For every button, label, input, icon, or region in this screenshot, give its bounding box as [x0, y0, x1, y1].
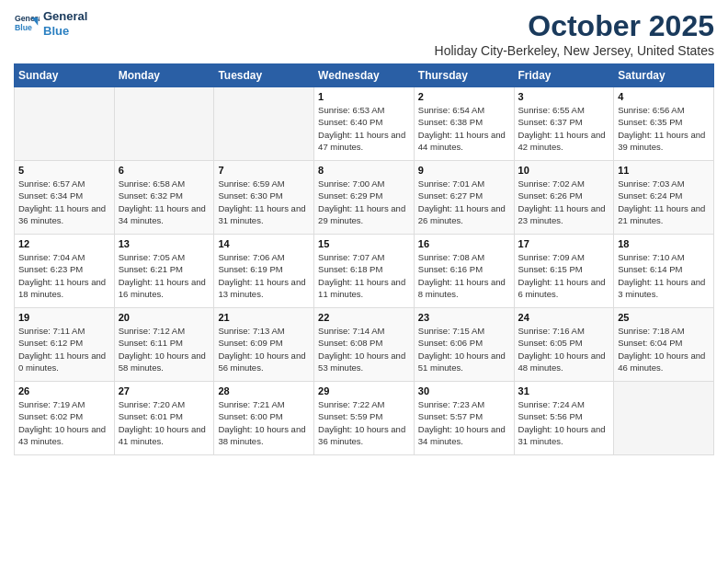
day-info: Sunrise: 7:09 AMSunset: 6:15 PMDaylight:… [518, 251, 610, 300]
day-number: 10 [518, 165, 610, 176]
day-number: 9 [418, 165, 510, 176]
day-number: 3 [518, 91, 610, 102]
logo-text-blue: Blue [43, 24, 87, 39]
day-info: Sunrise: 7:07 AMSunset: 6:18 PMDaylight:… [318, 251, 410, 300]
calendar-cell [614, 382, 714, 455]
day-info: Sunrise: 7:24 AMSunset: 5:56 PMDaylight:… [518, 398, 610, 447]
day-number: 26 [18, 385, 110, 396]
calendar-cell: 28Sunrise: 7:21 AMSunset: 6:00 PMDayligh… [214, 382, 314, 455]
day-number: 5 [18, 165, 110, 176]
calendar-cell: 13Sunrise: 7:05 AMSunset: 6:21 PMDayligh… [114, 235, 214, 308]
day-info: Sunrise: 7:19 AMSunset: 6:02 PMDaylight:… [18, 398, 110, 447]
calendar-cell: 30Sunrise: 7:23 AMSunset: 5:57 PMDayligh… [414, 382, 514, 455]
calendar-cell: 25Sunrise: 7:18 AMSunset: 6:04 PMDayligh… [614, 308, 714, 382]
day-number: 16 [418, 238, 510, 249]
calendar-cell: 31Sunrise: 7:24 AMSunset: 5:56 PMDayligh… [514, 382, 614, 455]
day-info: Sunrise: 7:23 AMSunset: 5:57 PMDaylight:… [418, 398, 510, 447]
weekday-header: Tuesday [214, 64, 314, 87]
day-info: Sunrise: 7:12 AMSunset: 6:11 PMDaylight:… [119, 325, 210, 373]
day-number: 8 [318, 165, 410, 176]
day-number: 4 [618, 91, 710, 102]
calendar-cell: 19Sunrise: 7:11 AMSunset: 6:12 PMDayligh… [15, 308, 115, 382]
day-info: Sunrise: 7:10 AMSunset: 6:14 PMDaylight:… [618, 251, 710, 300]
day-number: 27 [119, 385, 210, 396]
calendar-cell: 21Sunrise: 7:13 AMSunset: 6:09 PMDayligh… [214, 308, 314, 382]
weekday-header: Monday [114, 64, 214, 87]
day-number: 11 [618, 165, 710, 176]
svg-text:Blue: Blue [15, 23, 32, 32]
day-number: 21 [218, 312, 310, 323]
day-info: Sunrise: 7:03 AMSunset: 6:24 PMDaylight:… [618, 178, 710, 226]
calendar-week-row: 5Sunrise: 6:57 AMSunset: 6:34 PMDaylight… [15, 161, 714, 235]
day-number: 2 [418, 91, 510, 102]
day-number: 17 [518, 238, 610, 249]
day-number: 28 [218, 385, 310, 396]
calendar-cell: 16Sunrise: 7:08 AMSunset: 6:16 PMDayligh… [414, 235, 514, 308]
calendar-cell: 26Sunrise: 7:19 AMSunset: 6:02 PMDayligh… [15, 382, 115, 455]
calendar-cell: 18Sunrise: 7:10 AMSunset: 6:14 PMDayligh… [614, 235, 714, 308]
day-info: Sunrise: 7:01 AMSunset: 6:27 PMDaylight:… [418, 178, 510, 226]
page-header: General Blue General Blue October 2025 H… [14, 9, 714, 58]
day-info: Sunrise: 7:11 AMSunset: 6:12 PMDaylight:… [18, 325, 110, 373]
calendar-cell: 27Sunrise: 7:20 AMSunset: 6:01 PMDayligh… [114, 382, 214, 455]
calendar-cell: 22Sunrise: 7:14 AMSunset: 6:08 PMDayligh… [314, 308, 415, 382]
day-info: Sunrise: 7:02 AMSunset: 6:26 PMDaylight:… [518, 178, 610, 226]
day-info: Sunrise: 7:05 AMSunset: 6:21 PMDaylight:… [119, 251, 210, 300]
calendar-week-row: 12Sunrise: 7:04 AMSunset: 6:23 PMDayligh… [15, 235, 714, 308]
logo-text-general: General [43, 9, 87, 24]
calendar-cell: 12Sunrise: 7:04 AMSunset: 6:23 PMDayligh… [15, 235, 115, 308]
logo-icon: General Blue [14, 11, 40, 37]
day-number: 23 [418, 312, 510, 323]
day-number: 24 [518, 312, 610, 323]
day-number: 15 [318, 238, 410, 249]
day-info: Sunrise: 7:21 AMSunset: 6:00 PMDaylight:… [218, 398, 310, 447]
day-info: Sunrise: 7:16 AMSunset: 6:05 PMDaylight:… [518, 325, 610, 373]
day-info: Sunrise: 7:18 AMSunset: 6:04 PMDaylight:… [618, 325, 710, 373]
day-info: Sunrise: 7:20 AMSunset: 6:01 PMDaylight:… [119, 398, 210, 447]
calendar-cell: 7Sunrise: 6:59 AMSunset: 6:30 PMDaylight… [214, 161, 314, 235]
day-info: Sunrise: 7:04 AMSunset: 6:23 PMDaylight:… [18, 251, 110, 300]
calendar-cell: 23Sunrise: 7:15 AMSunset: 6:06 PMDayligh… [414, 308, 514, 382]
day-info: Sunrise: 6:57 AMSunset: 6:34 PMDaylight:… [18, 178, 110, 226]
calendar-cell [114, 87, 214, 161]
weekday-header: Sunday [15, 64, 115, 87]
day-info: Sunrise: 7:08 AMSunset: 6:16 PMDaylight:… [418, 251, 510, 300]
day-info: Sunrise: 6:55 AMSunset: 6:37 PMDaylight:… [518, 104, 610, 153]
day-number: 25 [618, 312, 710, 323]
day-number: 6 [119, 165, 210, 176]
day-number: 20 [119, 312, 210, 323]
day-number: 12 [18, 238, 110, 249]
day-info: Sunrise: 7:14 AMSunset: 6:08 PMDaylight:… [318, 325, 410, 373]
calendar-cell: 6Sunrise: 6:58 AMSunset: 6:32 PMDaylight… [114, 161, 214, 235]
calendar-cell: 29Sunrise: 7:22 AMSunset: 5:59 PMDayligh… [314, 382, 415, 455]
calendar-week-row: 1Sunrise: 6:53 AMSunset: 6:40 PMDaylight… [15, 87, 714, 161]
day-number: 1 [318, 91, 410, 102]
day-number: 19 [18, 312, 110, 323]
day-number: 29 [318, 385, 410, 396]
calendar-cell [214, 87, 314, 161]
calendar-cell: 15Sunrise: 7:07 AMSunset: 6:18 PMDayligh… [314, 235, 415, 308]
day-info: Sunrise: 6:54 AMSunset: 6:38 PMDaylight:… [418, 104, 510, 153]
day-info: Sunrise: 7:00 AMSunset: 6:29 PMDaylight:… [318, 178, 410, 226]
day-info: Sunrise: 7:13 AMSunset: 6:09 PMDaylight:… [218, 325, 310, 373]
day-number: 30 [418, 385, 510, 396]
weekday-header: Thursday [414, 64, 514, 87]
day-number: 14 [218, 238, 310, 249]
weekday-header: Wednesday [314, 64, 415, 87]
calendar-cell: 8Sunrise: 7:00 AMSunset: 6:29 PMDaylight… [314, 161, 415, 235]
logo: General Blue General Blue [14, 9, 87, 38]
calendar-cell: 1Sunrise: 6:53 AMSunset: 6:40 PMDaylight… [314, 87, 415, 161]
day-number: 31 [518, 385, 610, 396]
weekday-header: Saturday [614, 64, 714, 87]
subtitle: Holiday City-Berkeley, New Jersey, Unite… [435, 43, 714, 58]
calendar-week-row: 26Sunrise: 7:19 AMSunset: 6:02 PMDayligh… [15, 382, 714, 455]
day-info: Sunrise: 6:58 AMSunset: 6:32 PMDaylight:… [119, 178, 210, 226]
day-info: Sunrise: 6:56 AMSunset: 6:35 PMDaylight:… [618, 104, 710, 153]
calendar-cell: 4Sunrise: 6:56 AMSunset: 6:35 PMDaylight… [614, 87, 714, 161]
day-number: 18 [618, 238, 710, 249]
day-info: Sunrise: 7:15 AMSunset: 6:06 PMDaylight:… [418, 325, 510, 373]
calendar-week-row: 19Sunrise: 7:11 AMSunset: 6:12 PMDayligh… [15, 308, 714, 382]
calendar-cell: 3Sunrise: 6:55 AMSunset: 6:37 PMDaylight… [514, 87, 614, 161]
day-number: 22 [318, 312, 410, 323]
calendar-cell: 14Sunrise: 7:06 AMSunset: 6:19 PMDayligh… [214, 235, 314, 308]
